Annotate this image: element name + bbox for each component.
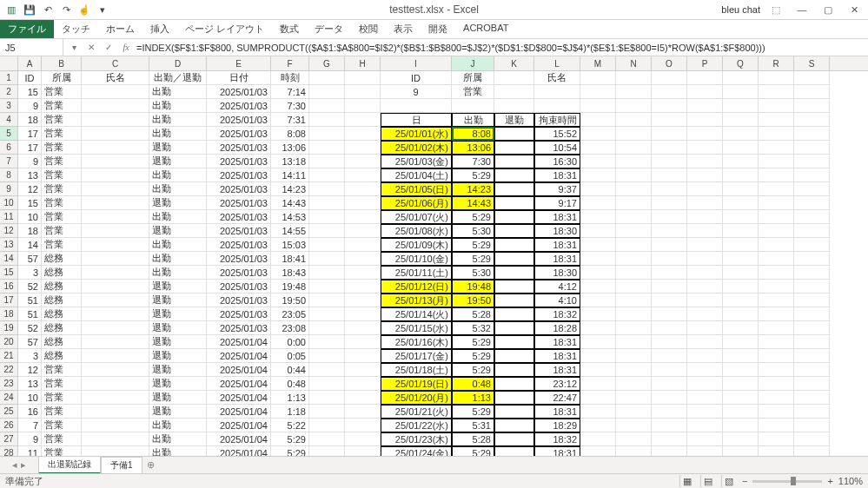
cell[interactable]: 5:29 [452,210,494,224]
cell[interactable]: 5:31 [452,419,494,432]
cell[interactable] [759,238,794,252]
cell[interactable] [652,99,687,113]
cell[interactable]: 18:41 [271,252,309,266]
cell[interactable]: 2025/01/03 [207,99,271,113]
cell[interactable]: 2025/01/04 [207,349,271,363]
cell[interactable] [723,252,759,266]
cell-1L[interactable]: 氏名 [534,71,580,85]
cell[interactable] [687,196,723,210]
cell[interactable]: 17 [18,127,42,141]
col-header-Q[interactable]: Q [723,56,759,70]
cell[interactable] [309,238,345,252]
cell[interactable] [616,155,652,168]
cell[interactable] [82,210,149,224]
cell[interactable] [794,252,830,266]
cell[interactable]: 2025/01/03 [207,141,271,155]
cell[interactable]: 22:47 [534,391,580,405]
cell[interactable]: 25/01/05(日) [381,182,452,196]
cell[interactable] [616,391,652,405]
cell[interactable] [309,252,345,266]
cell[interactable] [759,432,794,446]
cell[interactable] [794,266,830,280]
row-header-26[interactable]: 26 [0,419,18,432]
cell[interactable] [616,252,652,266]
cell[interactable]: 25/01/08(水) [381,224,452,238]
cell[interactable] [82,405,149,419]
cell[interactable]: 2025/01/03 [207,113,271,127]
cell[interactable]: 2025/01/04 [207,335,271,349]
cell[interactable]: 1:13 [452,391,494,405]
cell[interactable] [759,99,794,113]
cell[interactable]: 2025/01/03 [207,224,271,238]
cell[interactable] [723,405,759,419]
cell[interactable]: 営業 [42,224,82,238]
cell[interactable]: 14:55 [271,224,309,238]
cell[interactable] [794,182,830,196]
cell[interactable] [652,335,687,349]
cell[interactable] [652,127,687,141]
cell[interactable] [794,168,830,182]
cell[interactable] [687,252,723,266]
cell[interactable]: 12 [18,363,42,377]
cell[interactable] [82,307,149,321]
cell[interactable] [494,405,534,419]
cell[interactable]: 57 [18,335,42,349]
cell[interactable] [723,266,759,280]
cell[interactable]: 出勤 [452,113,494,127]
cell[interactable] [759,155,794,168]
cell[interactable] [345,432,381,446]
cell[interactable] [494,307,534,321]
row-header-16[interactable]: 16 [0,280,18,293]
sheet-nav-prev-icon[interactable]: ◂ [12,459,17,471]
cell[interactable] [652,349,687,363]
cell[interactable]: 52 [18,321,42,335]
cell[interactable]: 7:14 [271,85,309,99]
cell[interactable] [759,391,794,405]
cell[interactable] [759,224,794,238]
cell[interactable]: 営業 [42,99,82,113]
cell[interactable] [82,419,149,432]
col-header-H[interactable]: H [345,56,381,70]
cell[interactable] [494,168,534,182]
cell[interactable] [723,99,759,113]
cell[interactable] [494,266,534,280]
cell[interactable]: 51 [18,293,42,307]
cell[interactable] [494,210,534,224]
cell[interactable]: 5:29 [452,252,494,266]
cell[interactable] [494,280,534,293]
cell[interactable] [616,363,652,377]
cell[interactable] [309,266,345,280]
cell[interactable]: 出勤 [149,113,207,127]
col-header-C[interactable]: C [82,56,149,70]
cell-1J[interactable]: 所属 [452,71,494,85]
cell[interactable] [759,113,794,127]
cell[interactable]: 18:31 [534,168,580,182]
cell[interactable] [723,391,759,405]
row-header-21[interactable]: 21 [0,349,18,363]
cell[interactable]: 18:31 [534,210,580,224]
cell[interactable] [616,377,652,391]
cell[interactable] [494,141,534,155]
cell[interactable] [345,405,381,419]
view-layout-icon[interactable]: ▤ [700,475,716,487]
cell[interactable] [494,321,534,335]
cell[interactable]: 総務 [42,252,82,266]
cell[interactable]: 5:29 [452,168,494,182]
cell[interactable]: 18:31 [534,363,580,377]
cell[interactable] [687,280,723,293]
cell[interactable]: 1:18 [271,405,309,419]
cell[interactable] [345,85,381,99]
cell[interactable] [687,391,723,405]
row-header-13[interactable]: 13 [0,238,18,252]
cell[interactable] [687,266,723,280]
cell[interactable] [345,266,381,280]
cell[interactable] [534,85,580,99]
cell[interactable] [759,405,794,419]
cell[interactable] [723,419,759,432]
cell[interactable] [580,141,616,155]
tab-タッチ[interactable]: タッチ [54,20,98,38]
cell-1E[interactable]: 日付 [207,71,271,85]
cell[interactable]: 25/01/13(月) [381,293,452,307]
cell[interactable] [794,363,830,377]
cell[interactable] [82,321,149,335]
